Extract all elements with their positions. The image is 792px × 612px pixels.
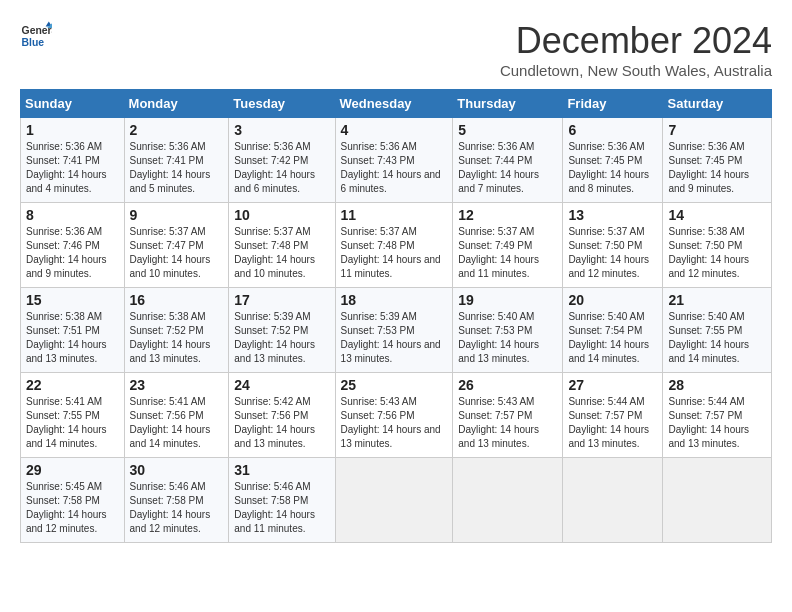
- day-number: 31: [234, 462, 329, 478]
- calendar-cell: 27 Sunrise: 5:44 AM Sunset: 7:57 PM Dayl…: [563, 373, 663, 458]
- logo: General Blue: [20, 20, 52, 52]
- calendar-cell: 15 Sunrise: 5:38 AM Sunset: 7:51 PM Dayl…: [21, 288, 125, 373]
- logo-icon: General Blue: [20, 20, 52, 52]
- calendar-cell: 19 Sunrise: 5:40 AM Sunset: 7:53 PM Dayl…: [453, 288, 563, 373]
- day-content: Sunrise: 5:36 AM Sunset: 7:46 PM Dayligh…: [26, 225, 119, 281]
- day-number: 24: [234, 377, 329, 393]
- calendar-cell: 12 Sunrise: 5:37 AM Sunset: 7:49 PM Dayl…: [453, 203, 563, 288]
- calendar-cell: [453, 458, 563, 543]
- calendar-cell: 4 Sunrise: 5:36 AM Sunset: 7:43 PM Dayli…: [335, 118, 453, 203]
- calendar-cell: 5 Sunrise: 5:36 AM Sunset: 7:44 PM Dayli…: [453, 118, 563, 203]
- calendar-week-row: 15 Sunrise: 5:38 AM Sunset: 7:51 PM Dayl…: [21, 288, 772, 373]
- day-number: 7: [668, 122, 766, 138]
- calendar-cell: 22 Sunrise: 5:41 AM Sunset: 7:55 PM Dayl…: [21, 373, 125, 458]
- month-title: December 2024: [500, 20, 772, 62]
- calendar-cell: [335, 458, 453, 543]
- day-number: 12: [458, 207, 557, 223]
- day-number: 22: [26, 377, 119, 393]
- day-number: 30: [130, 462, 224, 478]
- header-day-thursday: Thursday: [453, 90, 563, 118]
- calendar-cell: 7 Sunrise: 5:36 AM Sunset: 7:45 PM Dayli…: [663, 118, 772, 203]
- day-content: Sunrise: 5:38 AM Sunset: 7:50 PM Dayligh…: [668, 225, 766, 281]
- day-number: 18: [341, 292, 448, 308]
- day-number: 29: [26, 462, 119, 478]
- header-day-tuesday: Tuesday: [229, 90, 335, 118]
- day-content: Sunrise: 5:36 AM Sunset: 7:45 PM Dayligh…: [668, 140, 766, 196]
- day-content: Sunrise: 5:36 AM Sunset: 7:42 PM Dayligh…: [234, 140, 329, 196]
- day-content: Sunrise: 5:46 AM Sunset: 7:58 PM Dayligh…: [234, 480, 329, 536]
- calendar-cell: 28 Sunrise: 5:44 AM Sunset: 7:57 PM Dayl…: [663, 373, 772, 458]
- day-content: Sunrise: 5:41 AM Sunset: 7:56 PM Dayligh…: [130, 395, 224, 451]
- calendar-cell: 6 Sunrise: 5:36 AM Sunset: 7:45 PM Dayli…: [563, 118, 663, 203]
- calendar-week-row: 8 Sunrise: 5:36 AM Sunset: 7:46 PM Dayli…: [21, 203, 772, 288]
- calendar-cell: 20 Sunrise: 5:40 AM Sunset: 7:54 PM Dayl…: [563, 288, 663, 373]
- day-number: 11: [341, 207, 448, 223]
- day-number: 15: [26, 292, 119, 308]
- day-content: Sunrise: 5:36 AM Sunset: 7:41 PM Dayligh…: [130, 140, 224, 196]
- day-content: Sunrise: 5:39 AM Sunset: 7:52 PM Dayligh…: [234, 310, 329, 366]
- calendar-cell: 18 Sunrise: 5:39 AM Sunset: 7:53 PM Dayl…: [335, 288, 453, 373]
- calendar-cell: [663, 458, 772, 543]
- calendar-cell: 26 Sunrise: 5:43 AM Sunset: 7:57 PM Dayl…: [453, 373, 563, 458]
- calendar-cell: 23 Sunrise: 5:41 AM Sunset: 7:56 PM Dayl…: [124, 373, 229, 458]
- day-content: Sunrise: 5:40 AM Sunset: 7:55 PM Dayligh…: [668, 310, 766, 366]
- calendar-cell: 31 Sunrise: 5:46 AM Sunset: 7:58 PM Dayl…: [229, 458, 335, 543]
- day-content: Sunrise: 5:36 AM Sunset: 7:41 PM Dayligh…: [26, 140, 119, 196]
- day-number: 14: [668, 207, 766, 223]
- day-number: 2: [130, 122, 224, 138]
- day-number: 9: [130, 207, 224, 223]
- day-number: 5: [458, 122, 557, 138]
- svg-text:Blue: Blue: [22, 37, 45, 48]
- day-content: Sunrise: 5:40 AM Sunset: 7:54 PM Dayligh…: [568, 310, 657, 366]
- calendar-cell: 9 Sunrise: 5:37 AM Sunset: 7:47 PM Dayli…: [124, 203, 229, 288]
- day-number: 20: [568, 292, 657, 308]
- day-number: 6: [568, 122, 657, 138]
- day-content: Sunrise: 5:37 AM Sunset: 7:49 PM Dayligh…: [458, 225, 557, 281]
- calendar-cell: 2 Sunrise: 5:36 AM Sunset: 7:41 PM Dayli…: [124, 118, 229, 203]
- day-content: Sunrise: 5:40 AM Sunset: 7:53 PM Dayligh…: [458, 310, 557, 366]
- calendar-cell: 17 Sunrise: 5:39 AM Sunset: 7:52 PM Dayl…: [229, 288, 335, 373]
- calendar-cell: [563, 458, 663, 543]
- header-day-sunday: Sunday: [21, 90, 125, 118]
- calendar-cell: 21 Sunrise: 5:40 AM Sunset: 7:55 PM Dayl…: [663, 288, 772, 373]
- day-number: 19: [458, 292, 557, 308]
- calendar-cell: 8 Sunrise: 5:36 AM Sunset: 7:46 PM Dayli…: [21, 203, 125, 288]
- calendar-cell: 1 Sunrise: 5:36 AM Sunset: 7:41 PM Dayli…: [21, 118, 125, 203]
- calendar-cell: 24 Sunrise: 5:42 AM Sunset: 7:56 PM Dayl…: [229, 373, 335, 458]
- day-content: Sunrise: 5:42 AM Sunset: 7:56 PM Dayligh…: [234, 395, 329, 451]
- day-content: Sunrise: 5:43 AM Sunset: 7:56 PM Dayligh…: [341, 395, 448, 451]
- day-number: 25: [341, 377, 448, 393]
- header-day-wednesday: Wednesday: [335, 90, 453, 118]
- calendar-cell: 25 Sunrise: 5:43 AM Sunset: 7:56 PM Dayl…: [335, 373, 453, 458]
- day-number: 28: [668, 377, 766, 393]
- day-content: Sunrise: 5:44 AM Sunset: 7:57 PM Dayligh…: [668, 395, 766, 451]
- day-content: Sunrise: 5:41 AM Sunset: 7:55 PM Dayligh…: [26, 395, 119, 451]
- day-number: 13: [568, 207, 657, 223]
- svg-text:General: General: [22, 25, 52, 36]
- day-content: Sunrise: 5:46 AM Sunset: 7:58 PM Dayligh…: [130, 480, 224, 536]
- header-day-saturday: Saturday: [663, 90, 772, 118]
- header-day-monday: Monday: [124, 90, 229, 118]
- day-content: Sunrise: 5:36 AM Sunset: 7:44 PM Dayligh…: [458, 140, 557, 196]
- calendar-header-row: SundayMondayTuesdayWednesdayThursdayFrid…: [21, 90, 772, 118]
- calendar-week-row: 29 Sunrise: 5:45 AM Sunset: 7:58 PM Dayl…: [21, 458, 772, 543]
- day-content: Sunrise: 5:37 AM Sunset: 7:48 PM Dayligh…: [234, 225, 329, 281]
- day-number: 10: [234, 207, 329, 223]
- day-content: Sunrise: 5:36 AM Sunset: 7:43 PM Dayligh…: [341, 140, 448, 196]
- subtitle: Cundletown, New South Wales, Australia: [500, 62, 772, 79]
- calendar-table: SundayMondayTuesdayWednesdayThursdayFrid…: [20, 89, 772, 543]
- calendar-week-row: 22 Sunrise: 5:41 AM Sunset: 7:55 PM Dayl…: [21, 373, 772, 458]
- day-number: 27: [568, 377, 657, 393]
- day-number: 21: [668, 292, 766, 308]
- day-number: 23: [130, 377, 224, 393]
- header: General Blue December 2024 Cundletown, N…: [20, 20, 772, 79]
- calendar-cell: 3 Sunrise: 5:36 AM Sunset: 7:42 PM Dayli…: [229, 118, 335, 203]
- day-number: 1: [26, 122, 119, 138]
- title-section: December 2024 Cundletown, New South Wale…: [500, 20, 772, 79]
- day-number: 3: [234, 122, 329, 138]
- day-content: Sunrise: 5:39 AM Sunset: 7:53 PM Dayligh…: [341, 310, 448, 366]
- calendar-week-row: 1 Sunrise: 5:36 AM Sunset: 7:41 PM Dayli…: [21, 118, 772, 203]
- day-number: 8: [26, 207, 119, 223]
- calendar-cell: 10 Sunrise: 5:37 AM Sunset: 7:48 PM Dayl…: [229, 203, 335, 288]
- day-content: Sunrise: 5:37 AM Sunset: 7:50 PM Dayligh…: [568, 225, 657, 281]
